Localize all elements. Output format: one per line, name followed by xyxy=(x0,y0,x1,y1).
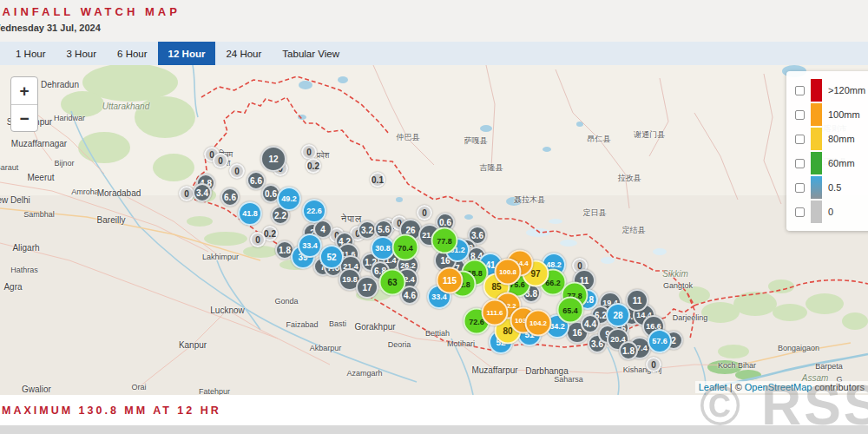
rain-marker[interactable]: 104.2 xyxy=(525,310,552,337)
tab-3-hour[interactable]: 3 Hour xyxy=(56,42,108,65)
tab-12-hour[interactable]: 12 Hour xyxy=(158,42,216,65)
leaflet-link[interactable]: Leaflet xyxy=(699,382,727,392)
rain-marker[interactable]: 3.4 xyxy=(193,183,212,202)
rain-marker[interactable]: 0 xyxy=(646,357,661,372)
rain-marker[interactable]: 11 xyxy=(626,289,648,312)
openstreetmap-link[interactable]: OpenStreetMap xyxy=(745,382,812,392)
rain-marker[interactable]: 33.4 xyxy=(298,233,322,258)
legend-checkbox[interactable] xyxy=(795,207,805,217)
rain-marker[interactable]: 115 xyxy=(437,267,464,294)
attribution-separator: | © xyxy=(727,382,745,392)
rain-marker[interactable]: 63 xyxy=(379,269,406,296)
legend-row: 60mm xyxy=(795,151,868,175)
rainfall-watch-page: RAINFALL WATCH MAP Wednesday 31 Jul, 202… xyxy=(0,0,868,434)
tab-6-hour[interactable]: 6 Hour xyxy=(107,42,158,65)
legend-color-swatch xyxy=(811,79,822,102)
legend-row: 100mm xyxy=(795,102,868,127)
legend-label: 0 xyxy=(828,207,833,217)
legend-color-swatch xyxy=(811,176,822,199)
rain-marker[interactable]: 0 xyxy=(250,232,266,247)
rain-marker[interactable]: 49.2 xyxy=(277,187,301,211)
rain-marker[interactable]: 41.8 xyxy=(238,201,262,226)
map-zoom-control: + − xyxy=(10,76,38,132)
rain-marker[interactable]: 22.6 xyxy=(302,199,326,223)
legend-row: >120mm xyxy=(795,78,868,102)
legend-row: 0 xyxy=(795,200,868,224)
legend-checkbox[interactable] xyxy=(795,135,805,144)
legend-color-swatch xyxy=(811,103,822,126)
rain-marker[interactable]: 0 xyxy=(417,205,432,220)
page-title: RAINFALL WATCH MAP xyxy=(0,5,181,18)
rainfall-legend: >120mm100mm80mm60mm0.50 xyxy=(786,71,868,231)
tab-bar: 1 Hour3 Hour6 Hour12 Hour24 HourTabular … xyxy=(0,42,868,65)
zoom-out-button[interactable]: − xyxy=(11,105,37,133)
legend-color-swatch xyxy=(811,128,822,150)
report-date: Wednesday 31 Jul, 2024 xyxy=(0,23,101,33)
rain-marker[interactable]: 28 xyxy=(606,303,630,327)
rain-marker[interactable]: 1.8 xyxy=(619,341,638,360)
rain-marker[interactable]: 52 xyxy=(319,245,344,269)
legend-checkbox[interactable] xyxy=(795,183,805,193)
zoom-in-button[interactable]: + xyxy=(11,77,37,105)
rain-marker[interactable]: 12 xyxy=(260,146,286,172)
legend-label: >120mm xyxy=(828,85,865,95)
rain-marker[interactable]: 6.6 xyxy=(220,187,240,207)
rain-marker[interactable]: 0 xyxy=(213,153,228,168)
maximum-rainfall-text: MAXIMUM 130.8 MM AT 12 HR xyxy=(2,404,221,417)
rainfall-map[interactable]: DehradunHaridwarSaharanpurMuzaffarnagarB… xyxy=(0,65,868,395)
tab-24-hour[interactable]: 24 Hour xyxy=(215,42,272,65)
tab-tabular-view[interactable]: Tabular View xyxy=(272,42,350,65)
rain-marker[interactable]: 111.6 xyxy=(482,299,509,326)
rain-marker[interactable]: 57.6 xyxy=(648,329,672,353)
legend-row: 80mm xyxy=(795,127,868,151)
map-attribution: Leaflet | © OpenStreetMap contributors xyxy=(695,381,868,393)
rain-marker[interactable]: 77.8 xyxy=(431,227,458,254)
legend-checkbox[interactable] xyxy=(795,86,805,95)
legend-label: 80mm xyxy=(828,134,855,144)
rain-marker[interactable]: 4.4 xyxy=(581,314,600,333)
page-footer: MAXIMUM 130.8 MM AT 12 HR xyxy=(0,395,868,425)
legend-color-swatch xyxy=(811,152,822,174)
legend-label: 60mm xyxy=(828,158,855,168)
rain-marker[interactable]: 65.4 xyxy=(557,297,584,324)
legend-checkbox[interactable] xyxy=(795,110,805,120)
attribution-suffix: contributors xyxy=(812,382,865,392)
page-header: RAINFALL WATCH MAP Wednesday 31 Jul, 202… xyxy=(0,0,868,42)
legend-label: 100mm xyxy=(828,109,860,120)
legend-row: 0.5 xyxy=(795,175,868,200)
rain-marker[interactable]: 17 xyxy=(356,276,378,299)
tab-1-hour[interactable]: 1 Hour xyxy=(5,42,56,65)
rain-marker[interactable]: 70.4 xyxy=(392,234,419,261)
legend-checkbox[interactable] xyxy=(795,159,805,168)
rain-marker[interactable]: 0 xyxy=(229,163,245,179)
rain-marker[interactable]: 0.2 xyxy=(306,158,321,174)
rain-marker[interactable]: 0.1 xyxy=(370,172,385,187)
legend-color-swatch xyxy=(811,201,822,223)
bottom-strip xyxy=(0,425,868,434)
legend-label: 0.5 xyxy=(828,182,841,193)
rain-marker[interactable]: 100.8 xyxy=(495,259,522,286)
